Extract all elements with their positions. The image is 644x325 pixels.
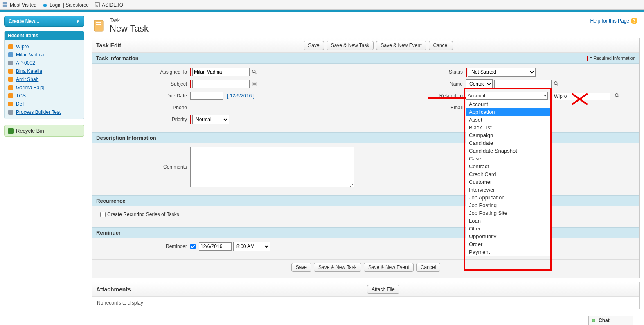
- dropdown-option[interactable]: Loan: [466, 217, 551, 225]
- comments-textarea[interactable]: [190, 147, 354, 187]
- dropdown-option[interactable]: Candidate Snapshot: [466, 147, 551, 155]
- attach-file-button[interactable]: Attach File: [367, 285, 399, 294]
- dropdown-option[interactable]: Campaign: [466, 131, 551, 139]
- reminder-checkbox[interactable]: [190, 244, 196, 249]
- recent-item-link[interactable]: Milan Vadhia: [16, 52, 44, 58]
- bookmark-label: ASIDE.IO: [102, 2, 123, 8]
- priority-select[interactable]: Normal: [192, 115, 229, 124]
- svg-rect-23: [253, 84, 256, 85]
- recent-item-link[interactable]: Garima Bajaj: [16, 85, 44, 90]
- recent-item-link[interactable]: Wipro: [16, 44, 29, 50]
- lookup-icon[interactable]: [614, 93, 621, 99]
- svg-rect-13: [8, 93, 13, 98]
- dropdown-option[interactable]: Job Posting Site: [466, 209, 551, 217]
- reminder-time-select[interactable]: 8:00 AM: [233, 242, 270, 251]
- bookmark-aside[interactable]: A ASIDE.IO: [95, 2, 123, 8]
- recent-item[interactable]: Milan Vadhia: [6, 51, 82, 59]
- svg-rect-15: [8, 110, 13, 115]
- svg-rect-12: [8, 85, 13, 90]
- recent-item-link[interactable]: Dell: [16, 101, 25, 107]
- dropdown-option[interactable]: Opportunity: [466, 232, 551, 240]
- svg-point-4: [43, 4, 47, 7]
- dropdown-option[interactable]: Application: [466, 108, 551, 116]
- related-to-dropdown[interactable]: AccountApplicationAssetBlack ListCampaig…: [466, 100, 551, 256]
- recent-item-link[interactable]: Process Builder Test: [16, 109, 61, 115]
- dropdown-option[interactable]: Black List: [466, 124, 551, 131]
- bookmark-label: Login | Salesforce: [50, 2, 89, 8]
- svg-rect-18: [96, 24, 101, 25]
- lookup-icon[interactable]: [251, 69, 258, 75]
- bookmarks-bar: Most Visited Login | Salesforce A ASIDE.…: [0, 0, 644, 10]
- chevron-down-icon: ▾: [544, 94, 546, 98]
- recent-item[interactable]: Garima Bajaj: [6, 84, 82, 92]
- status-select[interactable]: Not Started: [468, 68, 536, 77]
- dropdown-option[interactable]: Interviewer: [466, 186, 551, 194]
- recent-item-link[interactable]: Bina Katelia: [16, 68, 42, 74]
- main-content: Task New Task Help for this Page ? Task …: [92, 16, 640, 314]
- task-icon: [92, 19, 106, 33]
- help-icon: ?: [631, 18, 637, 24]
- object-icon: [8, 85, 14, 90]
- recent-item-link[interactable]: AP-0002: [16, 60, 35, 66]
- dropdown-option[interactable]: Customer: [466, 178, 551, 186]
- save-new-task-button[interactable]: Save & New Task: [314, 263, 361, 272]
- name-input[interactable]: [494, 80, 552, 88]
- recurrence-checkbox[interactable]: [100, 212, 106, 217]
- due-date-input[interactable]: [190, 92, 223, 100]
- due-date-label: Due Date: [96, 93, 190, 99]
- recurrence-header: Recurrence: [92, 195, 639, 206]
- reminder-date-input[interactable]: [199, 242, 232, 251]
- dropdown-option[interactable]: Payment: [466, 248, 551, 256]
- save-new-event-button[interactable]: Save & New Event: [364, 263, 414, 272]
- edit-title: Task Edit: [96, 42, 121, 49]
- due-date-link[interactable]: [ 12/6/2016 ]: [227, 93, 254, 99]
- recent-item[interactable]: Amit Shah: [6, 75, 82, 84]
- section-title: Reminder: [96, 230, 121, 236]
- cancel-button[interactable]: Cancel: [416, 263, 440, 272]
- recent-item[interactable]: Bina Katelia: [6, 67, 82, 75]
- subject-input[interactable]: [192, 80, 250, 88]
- recurrence-cb-label: Create Recurring Series of Tasks: [107, 212, 179, 217]
- dropdown-option[interactable]: Account: [466, 100, 551, 108]
- recent-item-link[interactable]: TCS: [16, 93, 26, 99]
- dropdown-option[interactable]: Job Application: [466, 194, 551, 201]
- bookmark-login-sf[interactable]: Login | Salesforce: [42, 2, 89, 8]
- dropdown-option[interactable]: Credit Card: [466, 170, 551, 178]
- recent-item[interactable]: Wipro: [6, 43, 82, 51]
- cancel-button[interactable]: Cancel: [429, 41, 453, 50]
- combo-icon[interactable]: [251, 81, 258, 87]
- dropdown-option[interactable]: Asset: [466, 116, 551, 124]
- phone-label: Phone: [96, 105, 190, 111]
- reminder-header: Reminder: [92, 227, 639, 238]
- dropdown-option[interactable]: Job Posting: [466, 201, 551, 209]
- bookmark-most-visited[interactable]: Most Visited: [2, 2, 36, 8]
- recent-item[interactable]: Process Builder Test: [6, 108, 82, 116]
- assigned-to-input[interactable]: [192, 68, 250, 76]
- name-type-select[interactable]: Contact: [466, 79, 493, 88]
- save-new-task-button[interactable]: Save & New Task: [327, 41, 374, 50]
- dropdown-option[interactable]: Order: [466, 240, 551, 248]
- svg-point-19: [252, 70, 255, 73]
- recent-item[interactable]: Dell: [6, 100, 82, 108]
- recent-item-link[interactable]: Amit Shah: [16, 77, 38, 82]
- create-new-button[interactable]: Create New... ▼: [4, 16, 84, 27]
- dropdown-option[interactable]: Contract: [466, 162, 551, 170]
- dropdown-option[interactable]: Offer: [466, 225, 551, 232]
- lookup-icon[interactable]: [553, 81, 560, 87]
- save-new-event-button[interactable]: Save & New Event: [376, 41, 426, 50]
- object-icon: [8, 93, 14, 99]
- attachments-title: Attachments: [96, 286, 131, 293]
- recent-item[interactable]: TCS: [6, 92, 82, 100]
- object-icon: [8, 44, 14, 50]
- save-button[interactable]: Save: [291, 263, 311, 272]
- save-button[interactable]: Save: [304, 41, 324, 50]
- related-to-type-select[interactable]: Account ▾: [466, 92, 548, 100]
- dropdown-option[interactable]: Candidate: [466, 139, 551, 147]
- recycle-bin[interactable]: Recycle Bin: [4, 125, 84, 137]
- page-title: New Task: [110, 23, 149, 34]
- recent-item[interactable]: AP-0002: [6, 59, 82, 67]
- help-link[interactable]: Help for this Page ?: [590, 18, 637, 24]
- svg-rect-14: [8, 102, 13, 106]
- dropdown-option[interactable]: Case: [466, 155, 551, 162]
- page-object-label: Task: [110, 18, 149, 23]
